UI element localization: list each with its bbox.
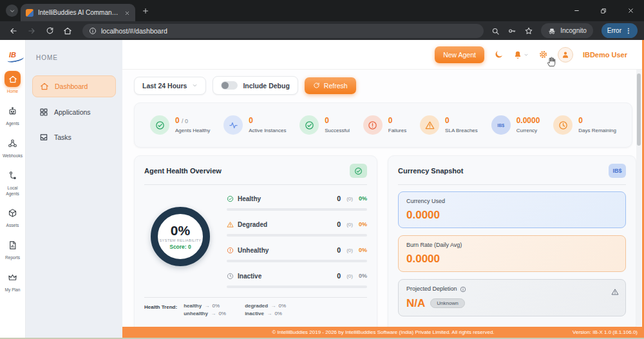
sidebar-item-applications[interactable]: Applications (32, 102, 116, 122)
bookmark-star-icon[interactable] (524, 25, 533, 37)
rail-item-assets[interactable]: Assets (0, 205, 25, 229)
new-agent-button[interactable]: New Agent (435, 46, 484, 63)
reload-icon[interactable] (43, 24, 57, 38)
check-circle-icon (354, 167, 363, 175)
browser-error-menu-button[interactable]: Error ⋮ (601, 23, 638, 38)
rail-item-label: Reports (5, 255, 20, 261)
close-icon[interactable] (617, 0, 644, 21)
burn-rate-value: 0.0000 (406, 253, 618, 266)
check-circle-icon (150, 115, 169, 135)
app-logo-text: IB (9, 51, 16, 59)
restore-icon[interactable] (590, 0, 617, 21)
scrollbar-thumb[interactable] (637, 73, 641, 146)
health-row-inactive: Inactive 0 (0) 0% (227, 270, 367, 288)
stat-extra: / 0 (182, 118, 188, 124)
gauge-score: Score: 0 (169, 244, 191, 250)
projected-depletion-label: Projected Depletion (406, 286, 457, 292)
agent-health-panel: Agent Health Overview 0% SYSTEM RELIABIL… (134, 155, 377, 333)
browser-tab[interactable]: IntelliBuddies AI Command Cen (21, 4, 135, 21)
notifications-bell-icon[interactable] (513, 50, 529, 59)
warning-triangle-icon (611, 286, 619, 297)
health-progress-bar (227, 234, 367, 237)
health-row-value: 0 (337, 220, 341, 228)
browser-toolbar: localhost/#/dashboard Incognito Error ⋮ (0, 21, 644, 40)
new-tab-button[interactable] (142, 5, 149, 16)
tab-close-icon[interactable] (124, 7, 130, 19)
rail-item-home[interactable]: Home (0, 71, 25, 95)
content-scrollbar[interactable] (636, 70, 641, 326)
health-progress-bar (227, 260, 367, 262)
robot-icon (5, 103, 21, 119)
dark-mode-moon-icon[interactable] (494, 50, 504, 59)
health-trend: Health Trend: healthy → 0% degraded → 0%… (144, 297, 367, 316)
rail-item-webhooks[interactable]: Webhooks (0, 135, 25, 159)
trend-name: inactive (245, 311, 264, 316)
rail-item-local-agents[interactable]: Local Agents (0, 168, 25, 197)
rail-item-label: Assets (6, 223, 19, 229)
back-icon[interactable] (6, 24, 21, 38)
info-icon[interactable] (460, 286, 466, 293)
crown-icon (5, 269, 21, 286)
trend-name: healthy (184, 303, 202, 309)
sidebar-item-label: Tasks (54, 133, 71, 141)
sidebar-item-label: Applications (54, 108, 91, 116)
health-row-label: Inactive (238, 273, 333, 280)
currency-used-card: Currency Used 0.0000 (398, 191, 626, 228)
time-range-dropdown[interactable]: Last 24 Hours (134, 77, 206, 95)
currency-ib-icon: IB$ (491, 115, 511, 135)
pulse-icon (223, 115, 243, 135)
gauge-percent: 0% (171, 224, 190, 237)
address-bar[interactable]: localhost/#/dashboard (82, 24, 484, 38)
refresh-button[interactable]: Refresh (305, 77, 356, 94)
include-debug-toggle[interactable] (221, 81, 238, 90)
rail-item-agents[interactable]: Agents (0, 103, 25, 127)
clock-icon (553, 115, 573, 135)
password-key-icon[interactable] (507, 25, 516, 37)
trend-arrow: → (211, 311, 216, 316)
stat-sla-breaches: 0 SLA Breaches (420, 115, 478, 135)
refresh-icon (313, 82, 320, 89)
rail-item-reports[interactable]: Reports (0, 237, 25, 261)
trend-value: 0% (274, 311, 282, 316)
health-row-percent: 0% (359, 221, 367, 228)
chevron-down-icon (524, 52, 529, 57)
error-label: Error (607, 27, 621, 34)
health-row-count: (0) (346, 273, 353, 279)
search-icon[interactable] (491, 25, 500, 37)
home-icon (40, 82, 49, 91)
app-logo: IB (9, 45, 16, 64)
stat-value: 0.0000 (516, 117, 540, 124)
currency-used-value: 0.0000 (406, 209, 618, 222)
sidebar-item-tasks[interactable]: Tasks (32, 127, 116, 148)
time-range-value: Last 24 Hours (142, 82, 187, 90)
health-row-count: (0) (346, 196, 353, 202)
incognito-label: Incognito (560, 27, 587, 34)
health-row-count: (0) (346, 247, 353, 253)
rail-item-my-plan[interactable]: My Plan (0, 269, 25, 293)
site-info-icon[interactable] (89, 25, 97, 37)
minimize-icon[interactable] (563, 0, 590, 21)
sidebar-item-dashboard[interactable]: Dashboard (32, 75, 116, 97)
stat-label: Active Instances (249, 128, 286, 133)
browser-home-icon[interactable] (61, 24, 75, 38)
warning-triangle-icon (227, 218, 234, 230)
forward-icon[interactable] (24, 24, 39, 38)
health-row-unhealthy: Unhealthy 0 (0) 0% (227, 244, 367, 262)
health-row-percent: 0% (359, 247, 367, 253)
trend-value: 0% (213, 303, 220, 309)
alert-circle-icon (363, 115, 383, 135)
burn-rate-card: Burn Rate (Daily Avg) 0.0000 (398, 235, 626, 272)
stat-value: 0 (325, 117, 350, 124)
trend-name: unhealthy (184, 311, 208, 316)
stat-label: Currency (516, 128, 540, 133)
tab-search-button[interactable] (6, 5, 18, 17)
incognito-badge: Incognito (541, 23, 593, 38)
stat-label: Agents Healthy (175, 128, 210, 133)
stat-label: SLA Breaches (445, 128, 478, 133)
user-avatar[interactable] (558, 47, 573, 63)
chevron-down-icon (192, 82, 198, 88)
projected-depletion-value: N/A (406, 297, 425, 310)
trend-arrow: → (270, 303, 276, 309)
stat-label: Failures (388, 128, 406, 133)
mouse-cursor-hand (545, 55, 557, 68)
